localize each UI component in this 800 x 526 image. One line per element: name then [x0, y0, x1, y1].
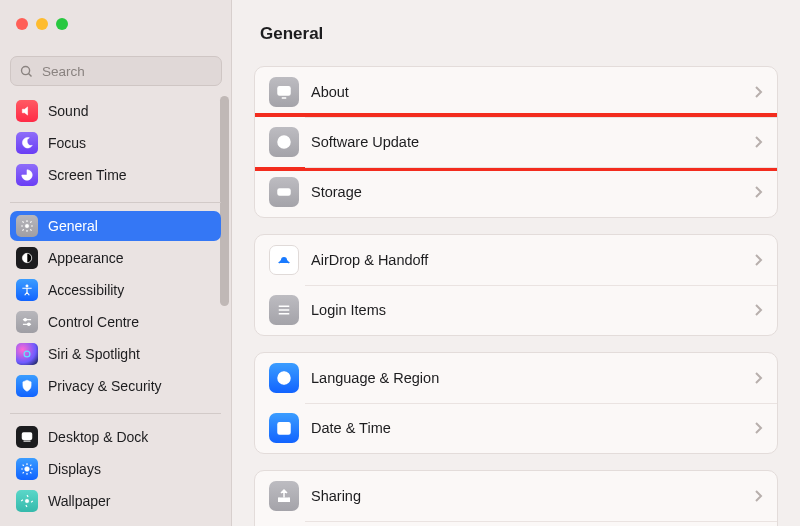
sidebar-item-wallpaper[interactable]: Wallpaper	[10, 486, 221, 516]
sidebar-item-sound[interactable]: Sound	[10, 96, 221, 126]
sidebar-item-label: General	[48, 218, 98, 234]
sidebar: Sound Focus Screen Time G	[0, 0, 232, 526]
sidebar-group: Desktop & Dock Displays Wallpaper	[0, 422, 231, 516]
svg-point-12	[25, 467, 30, 472]
chevron-right-icon	[753, 489, 763, 503]
zoom-window-button[interactable]	[56, 18, 68, 30]
chevron-right-icon	[753, 185, 763, 199]
sidebar-item-general[interactable]: General	[10, 211, 221, 241]
siri-icon	[16, 343, 38, 365]
row-label: Login Items	[311, 302, 753, 318]
chevron-right-icon	[753, 85, 763, 99]
svg-line-20	[30, 465, 31, 466]
sidebar-group: General Appearance Accessibility Control…	[0, 211, 231, 401]
focus-icon	[16, 132, 38, 154]
row-language-region[interactable]: Language & Region	[255, 353, 777, 403]
row-storage[interactable]: Storage	[255, 167, 777, 217]
svg-rect-22	[278, 87, 290, 95]
row-label: Sharing	[311, 488, 753, 504]
main-pane: General About Software Update Stora	[232, 0, 800, 526]
sidebar-item-desktop-dock[interactable]: Desktop & Dock	[10, 422, 221, 452]
chevron-right-icon	[753, 421, 763, 435]
sidebar-item-siri[interactable]: Siri & Spotlight	[10, 339, 221, 369]
sidebar-item-displays[interactable]: Displays	[10, 454, 221, 484]
settings-panel: Sharing Time Machine	[254, 470, 778, 526]
sidebar-item-focus[interactable]: Focus	[10, 128, 221, 158]
login-items-icon	[269, 295, 299, 325]
screen-time-icon	[16, 164, 38, 186]
appearance-icon	[16, 247, 38, 269]
chevron-right-icon	[753, 135, 763, 149]
control-centre-icon	[16, 311, 38, 333]
svg-point-21	[25, 499, 29, 503]
svg-point-9	[24, 351, 30, 357]
sidebar-item-label: Appearance	[48, 250, 124, 266]
chevron-right-icon	[753, 371, 763, 385]
sidebar-item-accessibility[interactable]: Accessibility	[10, 275, 221, 305]
svg-point-25	[282, 140, 287, 145]
svg-point-4	[26, 285, 28, 287]
settings-panel: About Software Update Storage	[254, 66, 778, 218]
sidebar-item-label: Screen Time	[48, 167, 127, 183]
settings-panel: Language & Region Date & Time	[254, 352, 778, 454]
close-window-button[interactable]	[16, 18, 28, 30]
svg-line-1	[29, 73, 32, 76]
row-label: Date & Time	[311, 420, 753, 436]
sidebar-item-label: Siri & Spotlight	[48, 346, 140, 362]
sidebar-item-label: Accessibility	[48, 282, 124, 298]
svg-point-0	[22, 66, 30, 74]
row-about[interactable]: About	[255, 67, 777, 117]
row-software-update[interactable]: Software Update	[255, 117, 777, 167]
gear-icon	[16, 215, 38, 237]
sidebar-item-label: Privacy & Security	[48, 378, 162, 394]
svg-line-17	[23, 465, 24, 466]
svg-rect-10	[22, 433, 31, 439]
sharing-icon	[269, 481, 299, 511]
svg-line-19	[23, 472, 24, 473]
airdrop-icon	[269, 245, 299, 275]
sidebar-list: Sound Focus Screen Time G	[0, 96, 231, 526]
sidebar-item-appearance[interactable]: Appearance	[10, 243, 221, 273]
svg-point-8	[28, 323, 30, 325]
sidebar-item-label: Control Centre	[48, 314, 139, 330]
sidebar-item-privacy[interactable]: Privacy & Security	[10, 371, 221, 401]
row-label: AirDrop & Handoff	[311, 252, 753, 268]
settings-panel: AirDrop & Handoff Login Items	[254, 234, 778, 336]
search-field-wrap[interactable]	[10, 56, 222, 86]
page-title: General	[254, 24, 778, 44]
svg-point-27	[280, 191, 282, 193]
displays-icon	[16, 458, 38, 480]
row-time-machine[interactable]: Time Machine	[255, 521, 777, 526]
wallpaper-icon	[16, 490, 38, 512]
svg-point-35	[284, 428, 289, 433]
svg-point-2	[25, 224, 29, 228]
row-sharing[interactable]: Sharing	[255, 471, 777, 521]
svg-line-18	[30, 472, 31, 473]
accessibility-icon	[16, 279, 38, 301]
search-input[interactable]	[40, 63, 213, 80]
sidebar-item-screen-time[interactable]: Screen Time	[10, 160, 221, 190]
sound-icon	[16, 100, 38, 122]
row-label: About	[311, 84, 753, 100]
chevron-right-icon	[753, 253, 763, 267]
minimize-window-button[interactable]	[36, 18, 48, 30]
desktop-dock-icon	[16, 426, 38, 448]
storage-icon	[269, 177, 299, 207]
sidebar-item-label: Desktop & Dock	[48, 429, 148, 445]
row-airdrop[interactable]: AirDrop & Handoff	[255, 235, 777, 285]
software-update-icon	[269, 127, 299, 157]
sidebar-item-label: Focus	[48, 135, 86, 151]
sidebar-group: Sound Focus Screen Time	[0, 96, 231, 190]
svg-point-6	[24, 319, 26, 321]
row-login-items[interactable]: Login Items	[255, 285, 777, 335]
sidebar-divider	[10, 413, 221, 414]
sidebar-item-label: Wallpaper	[48, 493, 111, 509]
row-label: Language & Region	[311, 370, 753, 386]
language-region-icon	[269, 363, 299, 393]
row-date-time[interactable]: Date & Time	[255, 403, 777, 453]
sidebar-item-control-centre[interactable]: Control Centre	[10, 307, 221, 337]
row-label: Storage	[311, 184, 753, 200]
sidebar-item-label: Displays	[48, 461, 101, 477]
date-time-icon	[269, 413, 299, 443]
window-controls	[16, 18, 68, 30]
